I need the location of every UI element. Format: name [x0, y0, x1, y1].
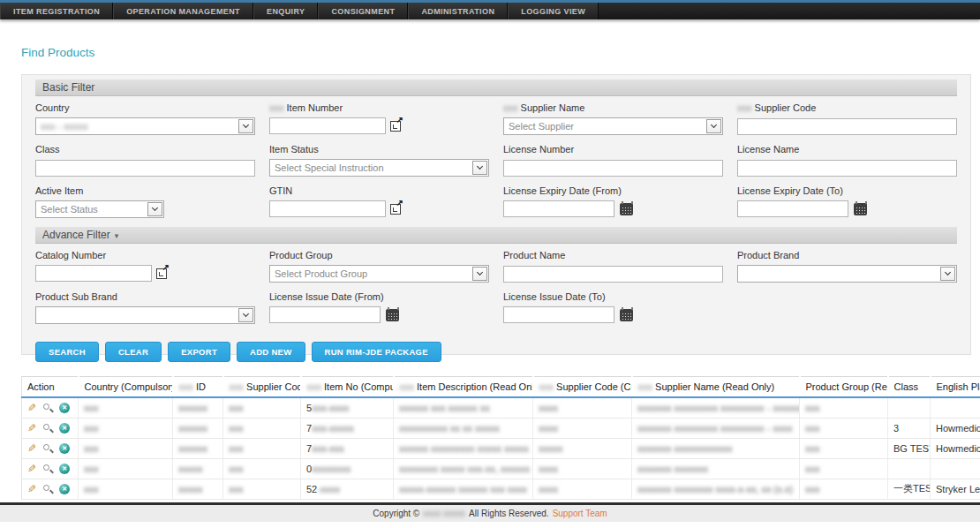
supplier-code-input[interactable]: [737, 118, 957, 135]
active-item-select[interactable]: Select Status: [35, 200, 164, 218]
product-brand-label: Product Brand: [737, 250, 957, 260]
supplier-name-select[interactable]: Select Supplier: [503, 117, 723, 135]
view-icon[interactable]: [42, 464, 53, 474]
supplier-name-cell: xxxxxxx xxxxxxxx xxxx-x-xx, xx (x.x): [632, 479, 800, 499]
country-label: Country: [35, 102, 255, 113]
country-cell: xxx: [79, 458, 173, 479]
item-no-cell: 52-xxxx: [301, 479, 394, 499]
edit-icon[interactable]: ✎: [27, 484, 36, 494]
table-row: ✎✕xxxxxxxxxxxx7xxx-xxxxxxxxxxxxxxx xx xx…: [22, 418, 980, 438]
chevron-down-icon[interactable]: [472, 161, 487, 175]
chevron-down-icon[interactable]: [238, 119, 253, 133]
supplier-name-label: xxx Supplier Name: [503, 102, 723, 113]
run-rim-jde-package-button[interactable]: RUN RIM-JDE PACKAGE: [312, 342, 441, 362]
view-icon[interactable]: [42, 423, 53, 434]
supplier-code-cell-redacted: xxx: [229, 423, 244, 434]
id-cell: xxxxxx: [173, 397, 223, 419]
license-issue-to-input[interactable]: [503, 306, 614, 323]
redacted-label-prefix: xxx: [503, 102, 518, 113]
nav-item-operation-management[interactable]: OPERATION MANAGEMENT: [113, 3, 253, 19]
english-plant-name-cell: [931, 458, 980, 479]
product-brand-select[interactable]: [737, 265, 957, 283]
column-header-supplier-code: xxx Supplier Code: [223, 377, 301, 397]
edit-icon[interactable]: ✎: [27, 423, 36, 434]
nav-item-enquiry[interactable]: ENQUIRY: [253, 3, 318, 19]
field-license-expiry-to: License Expiry Date (To): [737, 185, 957, 227]
table-body: ✎✕xxxxxxxxxxxx5xxx-xxxxxxxxxx xxx xxxxxx…: [22, 397, 980, 500]
supplier-name-cell: xxxxxxx xxxxxxxxx xxxxxxxxx - xxxxxxxxx: [632, 397, 800, 419]
chevron-down-icon[interactable]: [940, 267, 955, 281]
add-new-button[interactable]: ADD NEW: [237, 342, 305, 362]
calendar-icon[interactable]: [620, 309, 633, 321]
deactivate-icon[interactable]: ✕: [59, 484, 70, 494]
field-license-issue-to: License Issue Date (To): [503, 291, 723, 333]
field-product-group: Product Group Select Product Group: [269, 250, 489, 291]
product-sub-brand-select[interactable]: [35, 306, 255, 324]
product-group-select[interactable]: Select Product Group: [269, 265, 489, 283]
table-row: ✎✕xxxxxxxxxxx52-xxxxxxxxx-xxxxxx xxxxxx …: [22, 479, 980, 499]
deactivate-icon[interactable]: ✕: [59, 443, 70, 454]
field-product-name: Product Name: [503, 250, 723, 291]
license-expiry-to-input[interactable]: [737, 200, 848, 217]
calendar-icon[interactable]: [620, 203, 633, 215]
field-item-status: Item Status Select Special Instruction: [269, 144, 489, 185]
supplier-name-cell-redacted: xxxxxxx xxxxxxx: [637, 464, 708, 474]
search-button[interactable]: SEARCH: [35, 342, 99, 362]
nav-item-consignment[interactable]: CONSIGNMENT: [318, 3, 408, 19]
chevron-down-icon[interactable]: [706, 119, 721, 133]
license-number-input[interactable]: [503, 160, 723, 177]
support-team-link[interactable]: Support Team: [553, 509, 607, 518]
edit-icon[interactable]: ✎: [27, 464, 36, 474]
column-header-label: Country (Compulsory): [85, 381, 173, 392]
product-group-label: Product Group: [269, 250, 489, 260]
license-expiry-from-input[interactable]: [503, 200, 614, 217]
item-description-cell: xxxxxxxx xxxxx xxx-xx, xxxxxx: [394, 458, 533, 479]
id-cell-redacted: xxxxxx: [178, 443, 207, 454]
supplier-code-compulsory-cell-redacted: xxxx: [539, 464, 558, 474]
product-name-label: Product Name: [503, 250, 723, 260]
table-header-row: ActionCountry (Compulsory)xxx IDxxx Supp…: [22, 377, 980, 397]
item-description-cell: xxxxx-xxxxxx xxxxxx xxx xxxx: [394, 479, 533, 499]
nav-item-item-registration[interactable]: ITEM REGISTRATION: [0, 3, 113, 19]
item-number-input[interactable]: [269, 117, 386, 134]
supplier-code-compulsory-cell: xxxxx: [533, 438, 632, 458]
view-icon[interactable]: [42, 484, 53, 494]
advance-filter-header[interactable]: Advance Filter: [35, 227, 957, 244]
deactivate-icon[interactable]: ✕: [59, 423, 70, 434]
catalog-number-input[interactable]: [35, 265, 152, 282]
export-button[interactable]: EXPORT: [168, 342, 230, 362]
nav-item-administration[interactable]: ADMINISTRATION: [408, 3, 508, 19]
calendar-icon[interactable]: [386, 309, 399, 321]
deactivate-icon[interactable]: ✕: [59, 403, 70, 413]
deactivate-icon[interactable]: ✕: [59, 464, 70, 474]
calendar-icon[interactable]: [854, 203, 867, 215]
chevron-down-icon[interactable]: [238, 308, 253, 322]
country-cell-redacted: xxx: [84, 423, 99, 434]
lookup-expand-icon[interactable]: [390, 121, 401, 132]
license-issue-from-input[interactable]: [269, 306, 381, 323]
redacted-header-prefix: xxx: [400, 381, 415, 392]
clear-button[interactable]: CLEAR: [105, 342, 162, 362]
column-header-supplier-code-compulsory-: xxx Supplier Code (Compulsory): [533, 377, 632, 397]
view-icon[interactable]: [42, 403, 53, 413]
country-cell: xxx: [79, 418, 173, 438]
action-cell: ✎✕: [27, 419, 72, 438]
column-header-supplier-name-read-only-: xxx Supplier Name (Read Only): [632, 377, 800, 397]
product-name-input[interactable]: [503, 266, 723, 283]
lookup-expand-icon[interactable]: [156, 268, 167, 279]
field-license-expiry-from: License Expiry Date (From): [503, 185, 723, 227]
chevron-down-icon[interactable]: [472, 267, 487, 281]
chevron-down-icon[interactable]: [147, 202, 162, 216]
license-name-input[interactable]: [737, 160, 957, 177]
gtin-input[interactable]: [269, 200, 386, 217]
class-input[interactable]: [35, 160, 255, 177]
edit-icon[interactable]: ✎: [27, 443, 36, 454]
item-status-select[interactable]: Select Special Instruction: [269, 159, 489, 177]
country-select[interactable]: xxx - xxxxx: [35, 117, 255, 135]
view-icon[interactable]: [42, 443, 53, 454]
action-cell: ✎✕: [27, 398, 72, 418]
nav-item-logging-view[interactable]: LOGGING VIEW: [508, 3, 599, 19]
product-group-cell-redacted: xxx: [805, 443, 820, 454]
edit-icon[interactable]: ✎: [27, 403, 36, 413]
lookup-expand-icon[interactable]: [390, 204, 401, 215]
